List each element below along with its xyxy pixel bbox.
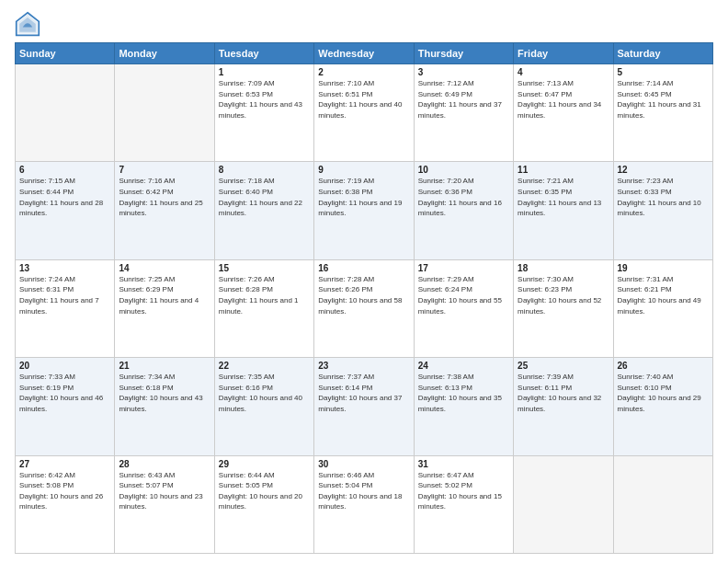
calendar-cell: 26Sunrise: 7:40 AM Sunset: 6:10 PM Dayli… bbox=[613, 358, 712, 455]
day-number: 17 bbox=[418, 263, 509, 273]
day-number: 25 bbox=[518, 361, 609, 371]
day-info: Sunrise: 7:39 AM Sunset: 6:11 PM Dayligh… bbox=[518, 372, 609, 414]
calendar-cell: 13Sunrise: 7:24 AM Sunset: 6:31 PM Dayli… bbox=[16, 259, 115, 357]
calendar-cell: 19Sunrise: 7:31 AM Sunset: 6:21 PM Dayli… bbox=[613, 259, 712, 357]
day-number: 4 bbox=[518, 67, 609, 77]
day-info: Sunrise: 7:33 AM Sunset: 6:19 PM Dayligh… bbox=[19, 372, 110, 414]
week-row-1: 1Sunrise: 7:09 AM Sunset: 6:53 PM Daylig… bbox=[16, 64, 713, 162]
calendar-cell: 10Sunrise: 7:20 AM Sunset: 6:36 PM Dayli… bbox=[414, 162, 513, 259]
day-number: 27 bbox=[19, 459, 110, 469]
week-row-5: 27Sunrise: 6:42 AM Sunset: 5:08 PM Dayli… bbox=[16, 455, 713, 553]
day-info: Sunrise: 7:15 AM Sunset: 6:44 PM Dayligh… bbox=[19, 176, 110, 218]
day-number: 23 bbox=[318, 361, 409, 371]
day-number: 16 bbox=[318, 263, 409, 273]
day-number: 31 bbox=[418, 459, 509, 469]
weekday-header-saturday: Saturday bbox=[613, 43, 712, 64]
day-info: Sunrise: 7:21 AM Sunset: 6:35 PM Dayligh… bbox=[518, 176, 609, 218]
day-number: 6 bbox=[19, 165, 110, 175]
day-info: Sunrise: 7:14 AM Sunset: 6:45 PM Dayligh… bbox=[618, 78, 709, 121]
day-number: 8 bbox=[219, 165, 310, 175]
week-row-4: 20Sunrise: 7:33 AM Sunset: 6:19 PM Dayli… bbox=[16, 358, 713, 455]
weekday-header-tuesday: Tuesday bbox=[214, 43, 313, 64]
day-info: Sunrise: 7:28 AM Sunset: 6:26 PM Dayligh… bbox=[318, 274, 409, 316]
day-info: Sunrise: 7:37 AM Sunset: 6:14 PM Dayligh… bbox=[318, 372, 409, 414]
calendar-cell: 23Sunrise: 7:37 AM Sunset: 6:14 PM Dayli… bbox=[314, 358, 414, 455]
calendar-cell: 1Sunrise: 7:09 AM Sunset: 6:53 PM Daylig… bbox=[214, 64, 313, 162]
calendar-cell: 4Sunrise: 7:13 AM Sunset: 6:47 PM Daylig… bbox=[514, 64, 613, 162]
calendar-cell: 27Sunrise: 6:42 AM Sunset: 5:08 PM Dayli… bbox=[16, 455, 115, 553]
day-number: 13 bbox=[19, 263, 110, 273]
calendar-cell: 17Sunrise: 7:29 AM Sunset: 6:24 PM Dayli… bbox=[414, 259, 513, 357]
calendar-cell: 9Sunrise: 7:19 AM Sunset: 6:38 PM Daylig… bbox=[314, 162, 414, 259]
day-number: 5 bbox=[618, 67, 709, 77]
calendar-cell: 14Sunrise: 7:25 AM Sunset: 6:29 PM Dayli… bbox=[115, 259, 214, 357]
calendar-cell: 7Sunrise: 7:16 AM Sunset: 6:42 PM Daylig… bbox=[115, 162, 214, 259]
day-number: 2 bbox=[318, 67, 409, 77]
day-info: Sunrise: 7:40 AM Sunset: 6:10 PM Dayligh… bbox=[618, 372, 709, 414]
day-info: Sunrise: 7:16 AM Sunset: 6:42 PM Dayligh… bbox=[119, 176, 210, 218]
calendar-cell: 2Sunrise: 7:10 AM Sunset: 6:51 PM Daylig… bbox=[314, 64, 414, 162]
day-number: 12 bbox=[618, 165, 709, 175]
day-info: Sunrise: 7:26 AM Sunset: 6:28 PM Dayligh… bbox=[219, 274, 310, 316]
day-number: 18 bbox=[518, 263, 609, 273]
day-number: 3 bbox=[418, 67, 509, 77]
day-number: 14 bbox=[119, 263, 210, 273]
calendar-cell: 29Sunrise: 6:44 AM Sunset: 5:05 PM Dayli… bbox=[214, 455, 313, 553]
day-info: Sunrise: 7:09 AM Sunset: 6:53 PM Dayligh… bbox=[219, 78, 310, 121]
day-number: 21 bbox=[119, 361, 210, 371]
day-number: 29 bbox=[219, 459, 310, 469]
calendar-cell: 16Sunrise: 7:28 AM Sunset: 6:26 PM Dayli… bbox=[314, 259, 414, 357]
calendar-cell: 15Sunrise: 7:26 AM Sunset: 6:28 PM Dayli… bbox=[214, 259, 313, 357]
calendar-cell: 20Sunrise: 7:33 AM Sunset: 6:19 PM Dayli… bbox=[16, 358, 115, 455]
calendar-cell: 12Sunrise: 7:23 AM Sunset: 6:33 PM Dayli… bbox=[613, 162, 712, 259]
day-info: Sunrise: 7:25 AM Sunset: 6:29 PM Dayligh… bbox=[119, 274, 210, 316]
day-info: Sunrise: 7:12 AM Sunset: 6:49 PM Dayligh… bbox=[418, 78, 509, 121]
day-number: 11 bbox=[518, 165, 609, 175]
logo-icon bbox=[15, 11, 40, 37]
day-info: Sunrise: 6:42 AM Sunset: 5:08 PM Dayligh… bbox=[19, 470, 110, 512]
calendar-cell: 22Sunrise: 7:35 AM Sunset: 6:16 PM Dayli… bbox=[214, 358, 313, 455]
calendar-cell: 5Sunrise: 7:14 AM Sunset: 6:45 PM Daylig… bbox=[613, 64, 712, 162]
weekday-header-sunday: Sunday bbox=[16, 43, 115, 64]
week-row-3: 13Sunrise: 7:24 AM Sunset: 6:31 PM Dayli… bbox=[16, 259, 713, 357]
day-info: Sunrise: 7:31 AM Sunset: 6:21 PM Dayligh… bbox=[618, 274, 709, 316]
calendar-cell bbox=[16, 64, 115, 162]
calendar-cell: 8Sunrise: 7:18 AM Sunset: 6:40 PM Daylig… bbox=[214, 162, 313, 259]
calendar-cell bbox=[514, 455, 613, 553]
day-info: Sunrise: 7:13 AM Sunset: 6:47 PM Dayligh… bbox=[518, 78, 609, 121]
calendar-cell: 24Sunrise: 7:38 AM Sunset: 6:13 PM Dayli… bbox=[414, 358, 513, 455]
calendar-cell: 30Sunrise: 6:46 AM Sunset: 5:04 PM Dayli… bbox=[314, 455, 414, 553]
page: SundayMondayTuesdayWednesdayThursdayFrid… bbox=[0, 0, 728, 563]
calendar-cell: 18Sunrise: 7:30 AM Sunset: 6:23 PM Dayli… bbox=[514, 259, 613, 357]
day-number: 1 bbox=[219, 67, 310, 77]
week-row-2: 6Sunrise: 7:15 AM Sunset: 6:44 PM Daylig… bbox=[16, 162, 713, 259]
day-info: Sunrise: 6:44 AM Sunset: 5:05 PM Dayligh… bbox=[219, 470, 310, 512]
day-info: Sunrise: 6:47 AM Sunset: 5:02 PM Dayligh… bbox=[418, 470, 509, 512]
weekday-header-thursday: Thursday bbox=[414, 43, 513, 64]
day-info: Sunrise: 7:18 AM Sunset: 6:40 PM Dayligh… bbox=[219, 176, 310, 218]
day-info: Sunrise: 6:46 AM Sunset: 5:04 PM Dayligh… bbox=[318, 470, 409, 512]
day-info: Sunrise: 7:38 AM Sunset: 6:13 PM Dayligh… bbox=[418, 372, 509, 414]
day-info: Sunrise: 7:34 AM Sunset: 6:18 PM Dayligh… bbox=[119, 372, 210, 414]
day-number: 19 bbox=[618, 263, 709, 273]
day-info: Sunrise: 7:10 AM Sunset: 6:51 PM Dayligh… bbox=[318, 78, 409, 121]
day-info: Sunrise: 7:19 AM Sunset: 6:38 PM Dayligh… bbox=[318, 176, 409, 218]
calendar-cell: 28Sunrise: 6:43 AM Sunset: 5:07 PM Dayli… bbox=[115, 455, 214, 553]
day-info: Sunrise: 7:23 AM Sunset: 6:33 PM Dayligh… bbox=[618, 176, 709, 218]
calendar-cell: 6Sunrise: 7:15 AM Sunset: 6:44 PM Daylig… bbox=[16, 162, 115, 259]
calendar-cell bbox=[115, 64, 214, 162]
calendar-cell: 3Sunrise: 7:12 AM Sunset: 6:49 PM Daylig… bbox=[414, 64, 513, 162]
day-info: Sunrise: 7:20 AM Sunset: 6:36 PM Dayligh… bbox=[418, 176, 509, 218]
day-info: Sunrise: 7:29 AM Sunset: 6:24 PM Dayligh… bbox=[418, 274, 509, 316]
day-info: Sunrise: 6:43 AM Sunset: 5:07 PM Dayligh… bbox=[119, 470, 210, 512]
day-number: 24 bbox=[418, 361, 509, 371]
day-number: 28 bbox=[119, 459, 210, 469]
calendar-cell: 21Sunrise: 7:34 AM Sunset: 6:18 PM Dayli… bbox=[115, 358, 214, 455]
calendar-cell bbox=[613, 455, 712, 553]
header bbox=[15, 11, 713, 37]
day-number: 26 bbox=[618, 361, 709, 371]
day-number: 10 bbox=[418, 165, 509, 175]
day-info: Sunrise: 7:35 AM Sunset: 6:16 PM Dayligh… bbox=[219, 372, 310, 414]
weekday-header-wednesday: Wednesday bbox=[314, 43, 414, 64]
day-number: 22 bbox=[219, 361, 310, 371]
